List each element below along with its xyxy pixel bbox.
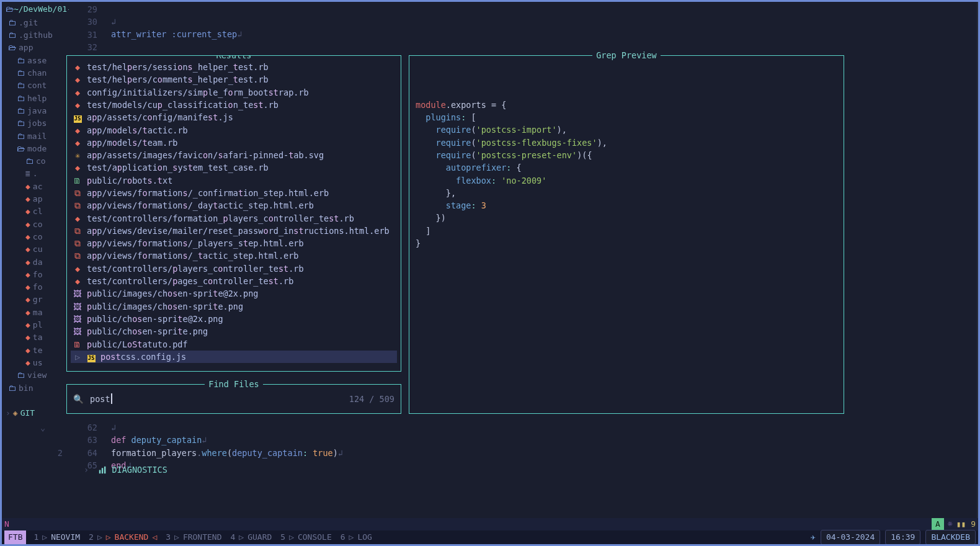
tree-item[interactable]: 🗀co — [3, 155, 69, 168]
diagnostics-section[interactable]: › DIAGNOSTICS — [84, 463, 167, 476]
tree-item[interactable]: ◆us — [3, 357, 69, 369]
results-title: Results — [213, 55, 256, 60]
tree-item[interactable]: ◆co — [3, 231, 69, 243]
svg-rect-0 — [99, 470, 100, 474]
result-item[interactable]: ◆test/helpers/comments_helper_test.rb — [71, 73, 397, 86]
code-top: 29 30 31 32 ↲ attr_writer :current_step↲ — [69, 3, 978, 56]
tree-item[interactable]: 🗀.github — [3, 29, 69, 42]
result-item[interactable]: ⧉app/views/formations/_confirmation_step… — [71, 187, 397, 199]
find-files-title: Find Files — [205, 379, 262, 389]
result-item[interactable]: ◆test/controllers/players_controller_tes… — [71, 262, 397, 275]
result-item[interactable]: 🗎public/robots.txt — [71, 174, 397, 187]
tree-item[interactable]: 🗀bin — [3, 382, 69, 394]
chart-icon — [99, 466, 107, 474]
tree-item[interactable]: 🗀jobs — [3, 117, 69, 130]
hostname: BLACKDEB — [925, 530, 976, 545]
tmux-window[interactable]: 4▷GUARD — [231, 531, 272, 544]
preview-line: }, — [416, 187, 837, 199]
svg-rect-1 — [102, 468, 103, 473]
tree-item[interactable]: ◆fo — [3, 268, 69, 280]
result-item[interactable]: ⧉app/views/devise/mailer/reset_password_… — [71, 225, 397, 237]
tree-item[interactable]: 🗀java — [3, 105, 69, 117]
preview-line: require('postcss-import'), — [416, 123, 837, 136]
svg-rect-2 — [104, 467, 105, 473]
gear-icon: ☼ — [948, 518, 953, 530]
tree-item[interactable]: ≣. — [3, 168, 69, 180]
status-area: N A ☼ ▮▮ 9 FTB 1▷NEOVIM2▷▷BACKEND◁3▷FRON… — [2, 518, 978, 544]
grep-preview: Grep Preview module.exports = { plugins:… — [409, 55, 844, 414]
tree-item[interactable]: ◆cl — [3, 205, 69, 218]
results-popup: Results ◆test/helpers/sessions_helper_te… — [66, 55, 401, 372]
result-item[interactable]: JSapp/assets/config/manifest.js — [71, 111, 397, 123]
preview-line: stage: 3 — [416, 199, 837, 212]
tree-item[interactable]: 🗀mail — [3, 130, 69, 142]
preview-line: module.exports = { — [416, 99, 837, 111]
tree-item[interactable]: 🗀chan — [3, 67, 69, 79]
result-item[interactable]: ⧉app/views/formations/_tactic_step.html.… — [71, 249, 397, 262]
tree-item[interactable]: ◆gr — [3, 293, 69, 306]
preview-line: require('postcss-preset-env')({ — [416, 149, 837, 161]
tree-item[interactable]: 🗀asse — [3, 54, 69, 66]
tree-item[interactable]: 🗀help — [3, 92, 69, 104]
result-item[interactable]: ◆test/models/cup_classification_test.rb — [71, 99, 397, 111]
result-item[interactable]: ✳app/assets/images/favicon/safari-pinned… — [71, 149, 397, 161]
result-item[interactable]: 🖼public/chosen-sprite@2x.png — [71, 313, 397, 325]
tree-item[interactable]: 🗁mode — [3, 142, 69, 154]
session-name[interactable]: FTB — [4, 530, 26, 544]
tree-item[interactable]: ◆fo — [3, 281, 69, 293]
neovim-icon: N — [4, 518, 9, 530]
result-item[interactable]: 🖼public/images/chosen-sprite@2x.png — [71, 287, 397, 300]
breadcrumb: 🗁~/DevWeb/01-Varie/Ftbmanager — [3, 2, 69, 17]
tree-item[interactable]: ◆ma — [3, 306, 69, 318]
tmux-window[interactable]: 2▷▷BACKEND◁ — [89, 531, 157, 544]
tree-item[interactable]: 🗀cont — [3, 79, 69, 92]
mode-badge: A — [932, 518, 944, 530]
tree-item[interactable]: ◆co — [3, 218, 69, 230]
tree-item[interactable]: 🗁app — [3, 42, 69, 54]
tree-item[interactable]: ◆te — [3, 344, 69, 356]
tree-item[interactable]: ◆pl — [3, 319, 69, 331]
tmux-window[interactable]: 6▷LOG — [341, 531, 372, 544]
tree-item[interactable]: 🗀view — [3, 369, 69, 382]
result-item[interactable]: ◆test/controllers/pages_controller_test.… — [71, 275, 397, 287]
tree-item[interactable]: ◆da — [3, 256, 69, 268]
gutter: 29 30 31 32 — [69, 3, 104, 53]
tree-item[interactable]: ◆ac — [3, 180, 69, 192]
git-section[interactable]: › ◈ GIT — [3, 406, 69, 419]
result-item[interactable]: 🗎public/LoStatuto.pdf — [71, 338, 397, 351]
result-item[interactable]: ◆test/application_system_test_case.rb — [71, 161, 397, 174]
file-tree[interactable]: 🗁~/DevWeb/01-Varie/Ftbmanager 🗀.git🗀.git… — [2, 2, 69, 518]
code-token: attr_writer — [111, 29, 172, 39]
tmux-bar[interactable]: FTB 1▷NEOVIM2▷▷BACKEND◁3▷FRONTEND4▷GUARD… — [2, 530, 978, 544]
result-item[interactable]: ◆test/controllers/formation_players_cont… — [71, 212, 397, 225]
preview-line: plugins: [ — [416, 111, 837, 123]
tmux-window[interactable]: 3▷FRONTEND — [166, 531, 221, 544]
paper-plane-icon: ✈ — [811, 531, 816, 544]
search-input[interactable]: post — [90, 393, 112, 405]
result-item[interactable]: ◆test/helpers/sessions_helper_test.rb — [71, 61, 397, 73]
result-item[interactable]: ▷JS postcss.config.js — [71, 351, 397, 363]
date: 04-03-2024 — [821, 530, 880, 545]
preview-line: autoprefixer: { — [416, 161, 837, 174]
result-item[interactable]: ⧉app/views/formations/_daytactic_step.ht… — [71, 199, 397, 212]
result-item[interactable]: 🖼public/images/chosen-sprite.png — [71, 300, 397, 313]
status-line: N A ☼ ▮▮ 9 — [2, 518, 978, 530]
time: 16:39 — [885, 530, 920, 545]
tmux-window[interactable]: 5▷CONSOLE — [280, 531, 331, 544]
result-item[interactable]: ⧉app/views/formations/_players_step.html… — [71, 237, 397, 249]
tree-item[interactable]: 🗀.git — [3, 17, 69, 29]
tmux-window[interactable]: 1▷NEOVIM — [33, 531, 80, 544]
result-item[interactable]: ◆config/initializers/simple_form_bootstr… — [71, 86, 397, 99]
result-item[interactable]: ◆app/models/tactic.rb — [71, 123, 397, 136]
tree-item[interactable]: ◆cu — [3, 243, 69, 256]
preview-line: flexbox: 'no-2009' — [416, 174, 837, 187]
preview-line: ] — [416, 225, 837, 237]
preview-line: }) — [416, 212, 837, 224]
result-item[interactable]: ◆app/models/team.rb — [71, 136, 397, 149]
tree-item[interactable]: ◆ta — [3, 331, 69, 344]
scrollbar[interactable] — [977, 2, 978, 518]
result-item[interactable]: 🖼public/chosen-sprite.png — [71, 325, 397, 338]
find-files-popup: Find Files 🔍 post 124 / 509 — [66, 384, 401, 414]
tree-item[interactable]: ◆ap — [3, 193, 69, 205]
result-count: 124 / 509 — [349, 393, 394, 405]
